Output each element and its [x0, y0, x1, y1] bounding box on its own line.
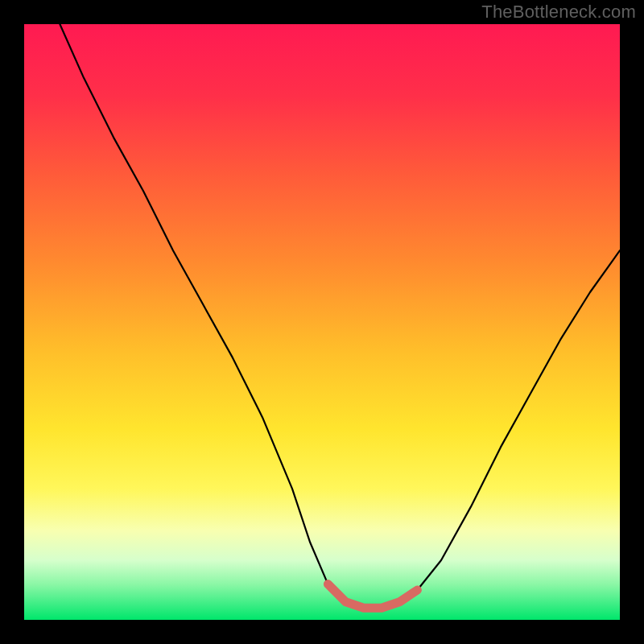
chart-area [24, 24, 620, 620]
chart-background [24, 24, 620, 620]
app-frame: TheBottleneck.com [0, 0, 644, 644]
watermark-text: TheBottleneck.com [481, 2, 636, 23]
chart-svg [24, 24, 620, 620]
